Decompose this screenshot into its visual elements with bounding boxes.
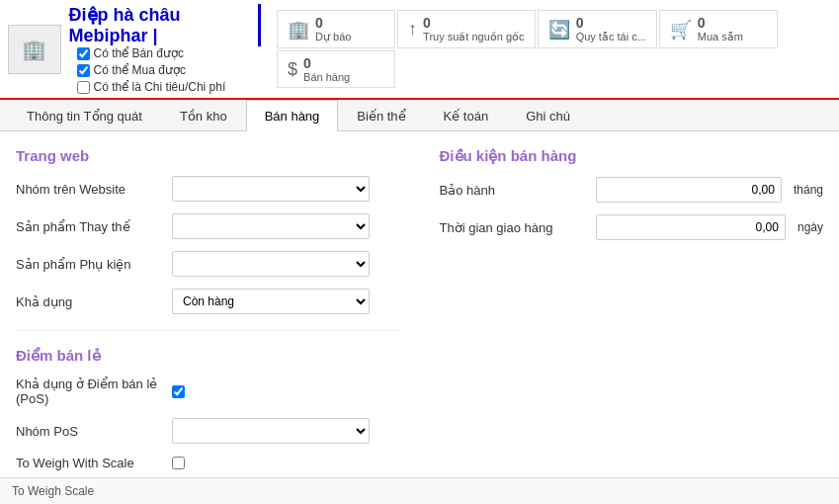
stat-truy-suat-num: 0: [423, 15, 525, 31]
tab-ban-hang[interactable]: Bán hàng: [246, 100, 339, 131]
nhom-tren-website-control: [172, 176, 370, 202]
nhom-pos-control: [172, 418, 370, 444]
tab-ghi-chu[interactable]: Ghi chú: [507, 100, 589, 131]
stat-truy-suat-label: Truy suất nguồn gốc: [423, 31, 525, 43]
nhom-tren-website-label: Nhóm trên Website: [16, 182, 164, 197]
bao-hanh-unit: tháng: [794, 183, 823, 197]
left-panel: Trang web Nhóm trên Website Sản phẩm Tha…: [16, 147, 400, 482]
checkbox-ban-duoc-label: Có thể Bán được: [94, 46, 184, 60]
checkbox-mua-duoc[interactable]: Có thể Mua được: [77, 63, 262, 77]
nhom-pos-select[interactable]: [172, 418, 370, 444]
stat-du-bao[interactable]: 🏢 0 Dự báo: [277, 10, 395, 48]
thoi-gian-giao-hang-label: Thời gian giao hàng: [440, 220, 588, 235]
checkbox-mua-duoc-label: Có thể Mua được: [94, 63, 186, 77]
building-icon: 🏢: [288, 19, 309, 41]
kha-dung-pos-row: Khả dụng ở Điểm bán lẻ (PoS): [16, 377, 400, 406]
weigh-scale-label: To Weigh With Scale: [16, 456, 164, 470]
san-pham-thay-the-select[interactable]: [172, 213, 370, 239]
cart-icon: 🛒: [670, 19, 692, 41]
kha-dung-select[interactable]: Còn hàng Hết hàng: [172, 289, 370, 314]
checkbox-mua-duoc-input[interactable]: [77, 64, 90, 77]
stat-quy-tac-num: 0: [576, 15, 646, 31]
thoi-gian-giao-hang-control: [596, 214, 786, 240]
arrow-up-icon: ↑: [408, 19, 417, 40]
header-logo: 🏢 Điệp hà châu Mebiphar | Có thể Bán đượ…: [8, 4, 261, 94]
pos-section-title: Điểm bán lẻ: [16, 347, 400, 365]
bao-hanh-label: Bảo hành: [440, 183, 588, 198]
nhom-tren-website-select[interactable]: [172, 176, 370, 202]
san-pham-thay-the-row: Sản phẩm Thay thế: [16, 213, 400, 239]
bottom-bar: To Weigh Scale: [0, 477, 839, 498]
nhom-pos-label: Nhóm PoS: [16, 424, 164, 439]
weigh-scale-checkbox-wrap: [172, 457, 185, 469]
san-pham-phu-kien-row: Sản phẩm Phụ kiện: [16, 251, 400, 277]
nhom-pos-row: Nhóm PoS: [16, 418, 400, 444]
logo-image: 🏢: [8, 25, 61, 74]
right-panel: Điều kiện bán hàng Bảo hành tháng Thời g…: [440, 147, 824, 482]
thoi-gian-giao-hang-row: Thời gian giao hàng ngày: [440, 214, 824, 240]
refresh-icon: 🔄: [548, 19, 570, 41]
stat-mua-sam-num: 0: [698, 15, 743, 31]
product-checkboxes: Có thể Bán được Có thể Mua được Có thể l…: [77, 46, 262, 94]
checkbox-chi-tieu-label: Có thể là Chi tiêu/Chi phí: [94, 80, 226, 94]
nhom-tren-website-row: Nhóm trên Website: [16, 176, 400, 202]
product-title: Điệp hà châu Mebiphar |: [69, 4, 262, 46]
tab-ke-toan[interactable]: Kế toán: [425, 100, 508, 131]
stat-mua-sam[interactable]: 🛒 0 Mua sắm: [659, 10, 778, 48]
weigh-scale-row: To Weigh With Scale: [16, 456, 400, 470]
kha-dung-pos-checkbox[interactable]: [172, 385, 185, 398]
kha-dung-pos-checkbox-wrap: [172, 385, 185, 398]
kha-dung-pos-label: Khả dụng ở Điểm bán lẻ (PoS): [16, 377, 164, 406]
san-pham-phu-kien-label: Sản phẩm Phụ kiện: [16, 257, 164, 272]
bottom-bar-text: To Weigh Scale: [12, 484, 94, 498]
sales-condition-title: Điều kiện bán hàng: [440, 147, 824, 165]
tab-bien-the[interactable]: Biến thể: [338, 100, 424, 131]
stat-ban-hang[interactable]: $ 0 Bán hàng: [277, 50, 395, 88]
tab-thong-tin[interactable]: Thông tin Tổng quát: [8, 100, 161, 131]
header: 🏢 Điệp hà châu Mebiphar | Có thể Bán đượ…: [0, 0, 839, 100]
stat-ban-hang-num: 0: [303, 55, 350, 71]
checkbox-chi-tieu[interactable]: Có thể là Chi tiêu/Chi phí: [77, 80, 262, 94]
header-stats: 🏢 0 Dự báo ↑ 0 Truy suất nguồn gốc 🔄 0 Q…: [277, 10, 831, 88]
bao-hanh-row: Bảo hành tháng: [440, 177, 824, 203]
bao-hanh-input[interactable]: [596, 177, 782, 203]
stat-truy-suat[interactable]: ↑ 0 Truy suất nguồn gốc: [397, 10, 536, 48]
san-pham-phu-kien-select[interactable]: [172, 251, 370, 277]
stat-ban-hang-label: Bán hàng: [303, 71, 350, 83]
dollar-icon: $: [288, 59, 297, 80]
checkbox-ban-duoc-input[interactable]: [77, 47, 90, 60]
checkbox-chi-tieu-input[interactable]: [77, 81, 90, 94]
tab-ton-kho[interactable]: Tồn kho: [161, 100, 246, 131]
stat-quy-tac[interactable]: 🔄 0 Quy tắc tái c...: [538, 10, 657, 48]
bao-hanh-control: [596, 177, 782, 203]
left-divider: [16, 330, 400, 331]
weigh-scale-checkbox[interactable]: [172, 457, 185, 469]
kha-dung-control: Còn hàng Hết hàng: [172, 289, 370, 314]
main-content: Trang web Nhóm trên Website Sản phẩm Tha…: [0, 131, 839, 498]
stat-du-bao-label: Dự báo: [315, 31, 351, 43]
san-pham-thay-the-control: [172, 213, 370, 239]
tabs-bar: Thông tin Tổng quát Tồn kho Bán hàng Biế…: [0, 100, 839, 131]
stat-quy-tac-label: Quy tắc tái c...: [576, 31, 646, 43]
thoi-gian-giao-hang-input[interactable]: [596, 214, 786, 240]
kha-dung-row: Khả dụng Còn hàng Hết hàng: [16, 289, 400, 314]
checkbox-ban-duoc[interactable]: Có thể Bán được: [77, 46, 262, 60]
web-section-title: Trang web: [16, 147, 400, 164]
san-pham-phu-kien-control: [172, 251, 370, 277]
san-pham-thay-the-label: Sản phẩm Thay thế: [16, 219, 164, 234]
stat-du-bao-num: 0: [315, 15, 351, 31]
stat-mua-sam-label: Mua sắm: [698, 31, 743, 43]
thoi-gian-giao-hang-unit: ngày: [797, 220, 823, 234]
kha-dung-label: Khả dụng: [16, 294, 164, 309]
